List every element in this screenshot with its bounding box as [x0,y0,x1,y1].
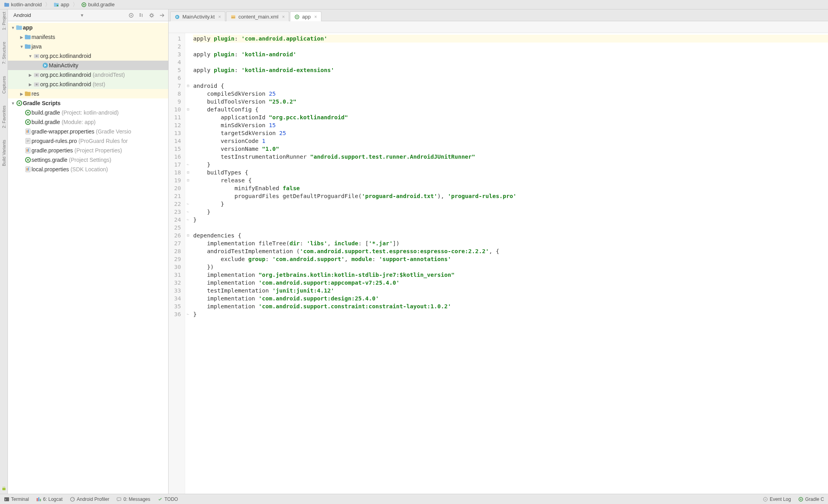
code-line[interactable]: implementation 'com.android.support:desi… [193,295,828,302]
code-line[interactable]: implementation fileTree(dir: 'libs', inc… [193,239,828,247]
code-line[interactable]: } [193,200,828,208]
code-line[interactable]: }) [193,263,828,271]
breadcrumb-label: build.gradle [88,2,115,7]
locate-button[interactable] [128,12,134,19]
tree-arrow-icon[interactable]: ▼ [10,101,16,106]
folder-icon [4,2,9,7]
chevron-down-icon[interactable]: ▾ [81,12,84,18]
code-editor[interactable]: 1234567891011121314151617181920212223242… [169,33,828,494]
fold-gutter[interactable]: ⊟⊟⌙⊟⊟⌙⌙⌙⊟⌙ [185,33,191,494]
code-line[interactable]: versionCode 1 [193,137,828,145]
status-item-eventlog[interactable]: Event Log [763,497,791,502]
editor-tab[interactable]: MainActivity.kt× [170,11,225,21]
status-item-todo[interactable]: TODO [158,497,178,502]
code-line[interactable]: minSdkVersion 15 [193,121,828,129]
breadcrumb-item-module[interactable]: app [52,1,71,8]
tree-row[interactable]: gradle.properties(Project Properties) [8,146,168,155]
package-icon [33,72,40,78]
status-item-logcat[interactable]: 6: Logcat [36,497,62,502]
tree-arrow-icon[interactable]: ▶ [19,92,24,96]
breadcrumb: kotlin-android 〉 app 〉 build.gradle [0,0,828,9]
tree-row[interactable]: build.gradle(Module: app) [8,117,168,127]
breadcrumb-item-file[interactable]: build.gradle [80,1,116,8]
code-line[interactable]: } [193,161,828,169]
rail-tab-favorites[interactable]: 2: Favorites [2,106,6,128]
status-item-profiler[interactable]: Android Profiler [70,497,110,502]
code-line[interactable]: apply plugin: 'kotlin-android' [193,50,828,58]
close-icon[interactable]: × [282,14,285,20]
code-line[interactable]: versionName "1.0" [193,145,828,153]
svg-point-8 [3,487,4,487]
code-line[interactable]: implementation 'com.android.support:appc… [193,279,828,287]
svg-rect-53 [38,497,39,501]
editor-tab[interactable]: app× [290,11,321,21]
tree-arrow-icon[interactable]: ▶ [28,82,33,87]
code-line[interactable]: applicationId "org.pcc.kotlinandroid" [193,113,828,121]
tree-row[interactable]: MainActivity [8,61,168,70]
tree-item-note: (Project Properties) [74,147,122,154]
tree-arrow-icon[interactable]: ▼ [10,26,16,30]
tree-arrow-icon[interactable]: ▼ [19,44,24,49]
tree-arrow-icon[interactable]: ▶ [19,35,24,39]
tree-row[interactable]: ▶manifests [8,32,168,42]
tree-row[interactable]: ▶org.pcc.kotlinandroid(androidTest) [8,70,168,80]
rail-tab-build-variants[interactable]: Build Variants [2,140,6,166]
tree-row[interactable]: build.gradle(Project: kotlin-android) [8,108,168,117]
code-line[interactable] [193,74,828,82]
code-line[interactable]: defaultConfig { [193,106,828,113]
rail-tab-structure[interactable]: 7: Structure [2,42,6,64]
code-line[interactable]: dependencies { [193,232,828,239]
code-line[interactable]: exclude group: 'com.android.support', mo… [193,255,828,263]
tree-row[interactable]: ▶org.pcc.kotlinandroid(test) [8,80,168,89]
code-content[interactable]: apply plugin: 'com.android.application' … [191,33,828,494]
close-icon[interactable]: × [218,14,221,20]
code-line[interactable]: implementation "org.jetbrains.kotlin:kot… [193,271,828,279]
status-item-label: 0: Messages [123,497,150,502]
code-line[interactable]: testInstrumentationRunner "android.suppo… [193,153,828,161]
code-line[interactable] [193,43,828,50]
tree-arrow-icon[interactable]: ▼ [28,54,33,58]
editor-tab[interactable]: xmlcontent_main.xml× [226,11,289,21]
project-tree[interactable]: ▼app▶manifests▼java▼org.pcc.kotlinandroi… [8,21,168,494]
tree-arrow-icon[interactable]: ▶ [28,73,33,77]
code-line[interactable]: release { [193,176,828,184]
project-view-selector[interactable]: Android [13,12,31,18]
close-icon[interactable]: × [314,14,317,20]
tree-row[interactable]: proguard-rules.pro(ProGuard Rules for [8,136,168,146]
status-item-gradle[interactable]: Gradle C [798,497,824,502]
tree-row[interactable]: ▼Gradle Scripts [8,98,168,108]
code-line[interactable]: buildToolsVersion "25.0.2" [193,98,828,106]
code-line[interactable]: apply plugin: 'com.android.application' [193,35,828,43]
tree-row[interactable]: settings.gradle(Project Settings) [8,155,168,165]
tree-row[interactable]: ▶res [8,89,168,98]
code-line[interactable] [193,58,828,66]
hide-button[interactable] [159,12,165,19]
code-line[interactable]: } [193,216,828,224]
code-line[interactable]: android { [193,82,828,90]
code-line[interactable]: targetSdkVersion 25 [193,129,828,137]
status-item-messages[interactable]: 0: Messages [116,497,150,502]
breadcrumb-item-project[interactable]: kotlin-android [2,1,43,8]
collapse-all-button[interactable] [138,12,145,19]
code-line[interactable]: compileSdkVersion 25 [193,90,828,98]
tree-row[interactable]: local.properties(SDK Location) [8,165,168,174]
code-line[interactable]: proguardFiles getDefaultProguardFile('pr… [193,192,828,200]
tree-row[interactable]: ▼org.pcc.kotlinandroid [8,51,168,61]
code-line[interactable]: } [193,208,828,216]
tree-row[interactable]: gradle-wrapper.properties(Gradle Versio [8,127,168,136]
code-line[interactable] [193,224,828,232]
code-line[interactable]: } [193,310,828,318]
rail-tab-project[interactable]: 1: Project [2,12,6,30]
tree-row[interactable]: ▼app [8,23,168,32]
code-line[interactable]: minifyEnabled false [193,184,828,192]
code-line[interactable]: implementation 'com.android.support.cons… [193,302,828,310]
code-line[interactable]: buildTypes { [193,169,828,176]
svg-rect-52 [37,498,38,501]
code-line[interactable]: testImplementation 'junit:junit:4.12' [193,287,828,295]
code-line[interactable]: androidTestImplementation ('com.android.… [193,247,828,255]
gear-icon[interactable] [149,12,155,19]
status-item-terminal[interactable]: Terminal [4,497,29,502]
code-line[interactable]: apply plugin: 'kotlin-android-extensions… [193,66,828,74]
rail-tab-captures[interactable]: Captures [2,76,6,94]
tree-row[interactable]: ▼java [8,42,168,51]
